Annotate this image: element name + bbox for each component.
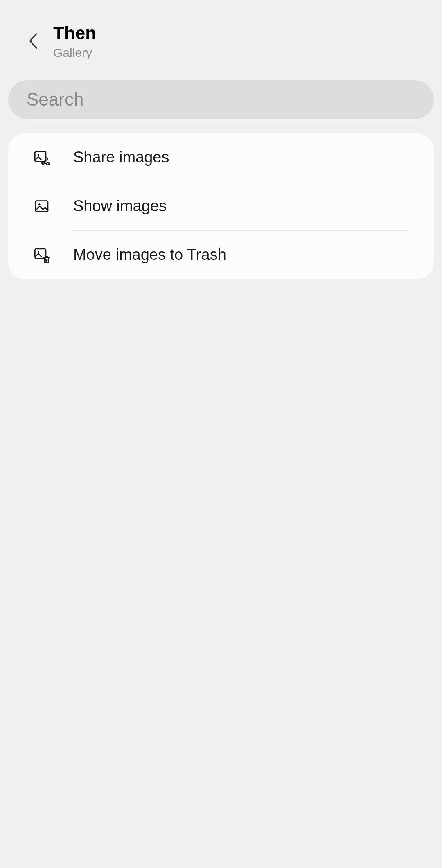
page-title: Then: [53, 23, 96, 44]
action-label: Move images to Trash: [73, 246, 226, 264]
svg-point-1: [38, 154, 39, 156]
action-label: Share images: [73, 149, 169, 166]
image-share-icon: [33, 149, 51, 167]
back-button[interactable]: [23, 29, 43, 53]
image-icon: [33, 197, 51, 215]
svg-rect-0: [35, 151, 46, 162]
svg-point-8: [38, 203, 41, 205]
image-trash-icon: [33, 246, 51, 264]
action-move-to-trash[interactable]: Move images to Trash: [8, 231, 434, 279]
header: Then Gallery: [0, 0, 442, 76]
action-share-images[interactable]: Share images: [8, 133, 434, 182]
header-text: Then Gallery: [53, 23, 96, 60]
svg-rect-7: [36, 201, 48, 212]
svg-rect-9: [35, 249, 46, 258]
svg-point-10: [38, 251, 39, 253]
search-container: [0, 80, 442, 119]
search-input[interactable]: [8, 80, 434, 119]
chevron-left-icon: [27, 32, 38, 50]
action-label: Show images: [73, 197, 167, 215]
actions-card: Share images Show images: [8, 133, 434, 279]
page-subtitle: Gallery: [53, 46, 96, 60]
svg-line-6: [44, 163, 47, 164]
action-show-images[interactable]: Show images: [8, 182, 434, 230]
